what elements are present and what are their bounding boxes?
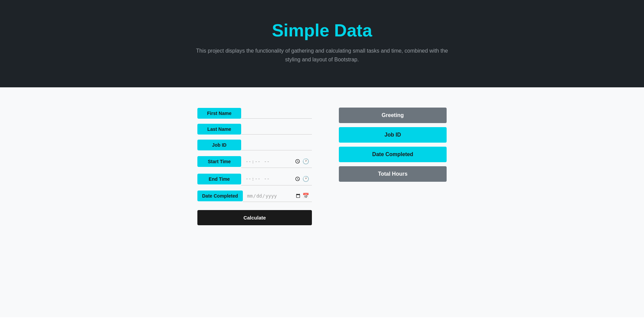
- last-name-row: Last Name: [197, 123, 312, 135]
- page-title: Simple Data: [7, 20, 637, 40]
- end-time-wrapper: 🕐: [241, 173, 312, 185]
- start-time-wrapper: 🕐: [241, 155, 312, 168]
- total-hours-result-box: Total Hours: [339, 166, 447, 182]
- job-id-result-row: Job ID: [339, 127, 447, 143]
- greeting-result-box: Greeting: [339, 108, 447, 123]
- job-id-label: Job ID: [197, 140, 241, 150]
- main-content: First Name Last Name Job ID Start Time 🕐…: [0, 87, 644, 317]
- calendar-icon: 📅: [302, 193, 309, 199]
- page-subtitle: This project displays the functionality …: [194, 47, 450, 64]
- end-time-label: End Time: [197, 174, 241, 184]
- greeting-result-row: Greeting: [339, 108, 447, 123]
- end-time-row: End Time 🕐: [197, 173, 312, 185]
- calculate-button[interactable]: Calculate: [197, 210, 312, 225]
- job-id-row: Job ID: [197, 139, 312, 150]
- total-hours-result-row: Total Hours: [339, 166, 447, 182]
- clock-icon-end: 🕐: [302, 176, 309, 182]
- start-time-input[interactable]: [244, 155, 302, 168]
- date-completed-wrapper: 📅: [243, 190, 312, 202]
- first-name-row: First Name: [197, 108, 312, 119]
- last-name-input[interactable]: [241, 123, 312, 135]
- clock-icon-start: 🕐: [302, 158, 309, 165]
- first-name-input[interactable]: [241, 108, 312, 119]
- date-completed-result-box: Date Completed: [339, 147, 447, 162]
- page-header: Simple Data This project displays the fu…: [0, 0, 644, 87]
- end-time-input[interactable]: [244, 173, 302, 185]
- date-completed-result-row: Date Completed: [339, 147, 447, 162]
- last-name-label: Last Name: [197, 124, 241, 135]
- date-completed-row: Date Completed 📅: [197, 190, 312, 202]
- first-name-label: First Name: [197, 108, 241, 119]
- form-panel: First Name Last Name Job ID Start Time 🕐…: [197, 108, 312, 225]
- job-id-input[interactable]: [241, 139, 312, 150]
- start-time-row: Start Time 🕐: [197, 155, 312, 168]
- date-completed-label: Date Completed: [197, 191, 243, 201]
- results-panel: Greeting Job ID Date Completed Total Hou…: [339, 108, 447, 186]
- date-completed-input[interactable]: [246, 190, 302, 202]
- start-time-label: Start Time: [197, 156, 241, 167]
- job-id-result-box: Job ID: [339, 127, 447, 143]
